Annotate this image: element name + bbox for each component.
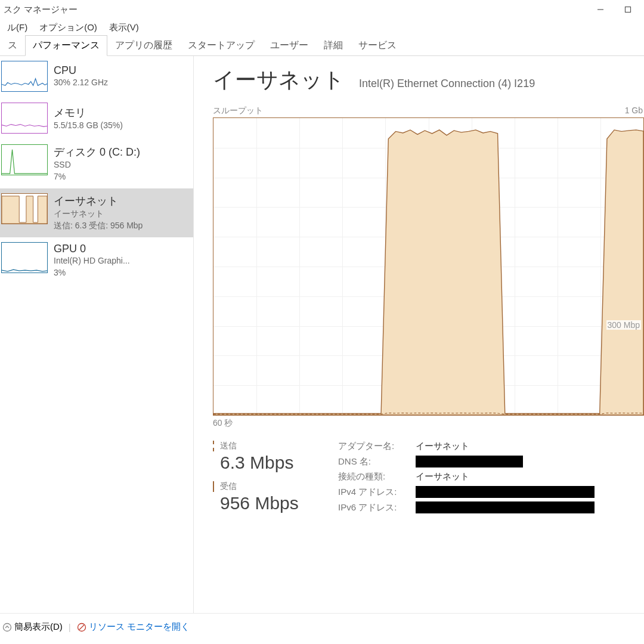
sidebar-item-memory[interactable]: メモリ 5.5/15.8 GB (35%) [0, 98, 193, 140]
kv-conntype-val: イーサネット [416, 471, 469, 482]
sidebar-memory-sub: 5.5/15.8 GB (35%) [54, 120, 123, 132]
menubar: ル(F) オプション(O) 表示(V) [0, 19, 644, 36]
open-resource-monitor-link[interactable]: リソース モニターを開く [89, 621, 190, 633]
sidebar-item-disk[interactable]: ディスク 0 (C: D:) SSD 7% [0, 140, 193, 188]
detail-panel: イーサネット Intel(R) Ethernet Connection (4) … [194, 56, 644, 613]
svg-marker-3 [213, 130, 643, 415]
sidebar-disk-sub2: 7% [54, 171, 140, 183]
chart-mid-gridline-label: 300 Mbp [606, 320, 641, 330]
svg-line-6 [79, 625, 84, 630]
minimize-icon [597, 6, 604, 13]
tab-startup[interactable]: スタートアップ [180, 35, 262, 55]
detail-adapter: Intel(R) Ethernet Connection (4) I219 [359, 78, 535, 90]
sidebar-disk-title: ディスク 0 (C: D:) [54, 145, 140, 159]
sidebar-ethernet-title: イーサネット [54, 194, 143, 208]
tab-services[interactable]: サービス [351, 35, 404, 55]
menu-view[interactable]: 表示(V) [103, 21, 145, 35]
sidebar-item-gpu[interactable]: GPU 0 Intel(R) HD Graphi... 3% [0, 237, 193, 284]
tab-processes[interactable]: ス [0, 35, 25, 55]
svg-marker-2 [2, 196, 47, 224]
maximize-icon [624, 6, 631, 13]
cpu-thumb [1, 61, 48, 92]
sidebar-cpu-title: CPU [54, 64, 108, 77]
titlebar: スク マネージャー [0, 0, 644, 19]
tab-details[interactable]: 詳細 [316, 35, 351, 55]
fewer-details-button[interactable]: 簡易表示(D) [14, 621, 63, 633]
fewer-details-icon [2, 623, 12, 632]
sidebar-ethernet-sub1: イーサネット [54, 208, 143, 220]
chart-label-throughput: スループット [213, 106, 263, 116]
sidebar-disk-sub1: SSD [54, 159, 140, 171]
recv-value: 956 Mbps [213, 493, 338, 513]
footer-separator: | [69, 622, 71, 632]
sidebar-cpu-sub: 30% 2.12 GHz [54, 77, 108, 89]
sidebar-gpu-sub1: Intel(R) HD Graphi... [54, 255, 130, 267]
svg-point-4 [4, 623, 11, 631]
kv-ipv4-val-redacted [416, 486, 595, 498]
sidebar-item-cpu[interactable]: CPU 30% 2.12 GHz [0, 56, 193, 98]
resmon-icon [77, 623, 86, 632]
recv-label: 受信 [213, 481, 338, 492]
kv-dns-key: DNS 名: [338, 456, 416, 467]
menu-file[interactable]: ル(F) [1, 21, 33, 35]
sidebar-ethernet-sub2: 送信: 6.3 受信: 956 Mbp [54, 220, 143, 232]
tab-strip: ス パフォーマンス アプリの履歴 スタートアップ ユーザー 詳細 サービス [0, 36, 644, 56]
maximize-button[interactable] [614, 1, 642, 18]
disk-thumb [1, 144, 48, 175]
window-controls [587, 1, 642, 18]
tab-performance[interactable]: パフォーマンス [25, 35, 107, 56]
sidebar-memory-title: メモリ [54, 106, 123, 120]
kv-adapter-name-key: アダプター名: [338, 441, 416, 452]
memory-thumb [1, 103, 48, 134]
menu-options[interactable]: オプション(O) [33, 21, 103, 35]
kv-ipv6-key: IPv6 アドレス: [338, 502, 416, 513]
sidebar-gpu-title: GPU 0 [54, 243, 130, 255]
svg-rect-1 [626, 7, 631, 13]
kv-ipv4-key: IPv4 アドレス: [338, 487, 416, 498]
footer: 簡易表示(D) | リソース モニターを開く [0, 613, 644, 640]
kv-ipv6-val-redacted [416, 501, 595, 513]
send-label: 送信 [213, 441, 338, 451]
sidebar-item-ethernet[interactable]: イーサネット イーサネット 送信: 6.3 受信: 956 Mbp [0, 188, 193, 237]
chart-label-max: 1 Gb [625, 106, 643, 116]
send-value: 6.3 Mbps [213, 453, 338, 473]
sidebar-gpu-sub2: 3% [54, 267, 130, 279]
window-title: スク マネージャー [2, 4, 78, 16]
gpu-thumb [1, 242, 48, 273]
ethernet-thumb [1, 193, 48, 224]
detail-title: イーサネット [213, 66, 345, 95]
tab-users[interactable]: ユーザー [262, 35, 316, 55]
kv-conntype-key: 接続の種類: [338, 471, 416, 482]
minimize-button[interactable] [587, 1, 614, 18]
chart-x-label: 60 秒 [213, 418, 644, 429]
tab-app-history[interactable]: アプリの履歴 [107, 35, 180, 55]
kv-dns-val-redacted [416, 456, 523, 467]
kv-adapter-name-val: イーサネット [416, 441, 469, 452]
sidebar: CPU 30% 2.12 GHz メモリ 5.5/15.8 GB (35%) デ… [0, 56, 194, 613]
content-area: CPU 30% 2.12 GHz メモリ 5.5/15.8 GB (35%) デ… [0, 56, 644, 613]
throughput-chart: 300 Mbp [213, 117, 644, 416]
